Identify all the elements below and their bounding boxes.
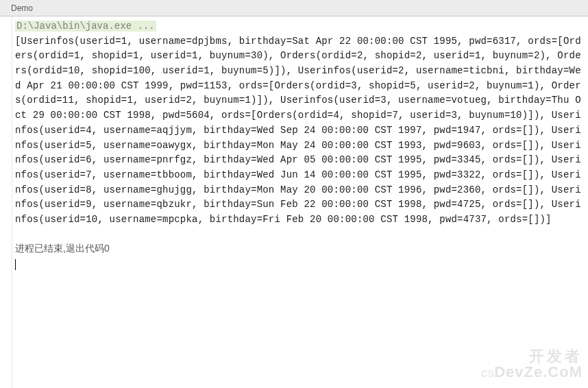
- blank-line: [15, 228, 588, 241]
- console-output: [Userinfos(userid=1, username=dpjbms, bi…: [15, 34, 588, 228]
- tab-bar: Demo: [0, 0, 588, 16]
- exit-message-text: 进程已结束,退出代码0: [15, 243, 110, 254]
- tab-demo[interactable]: Demo: [4, 1, 40, 15]
- watermark-line2-main: DevZe.CoM: [494, 363, 583, 380]
- text-caret: [15, 259, 16, 270]
- watermark-line1: 开发者: [481, 348, 583, 364]
- console-content[interactable]: D:\Java\bin\java.exe ... [Userinfos(user…: [12, 16, 588, 388]
- exit-message: 进程已结束,退出代码0: [15, 241, 588, 257]
- watermark-line2: CSDevZe.CoM: [481, 364, 583, 380]
- caret-line: [15, 256, 588, 271]
- gutter: [0, 16, 12, 388]
- watermark: 开发者 CSDevZe.CoM: [481, 348, 583, 380]
- command-line: D:\Java\bin\java.exe ...: [15, 21, 156, 32]
- watermark-line2-prefix: CS: [481, 368, 494, 379]
- command-line-wrapper: D:\Java\bin\java.exe ...: [15, 19, 588, 34]
- console-area: D:\Java\bin\java.exe ... [Userinfos(user…: [0, 16, 588, 388]
